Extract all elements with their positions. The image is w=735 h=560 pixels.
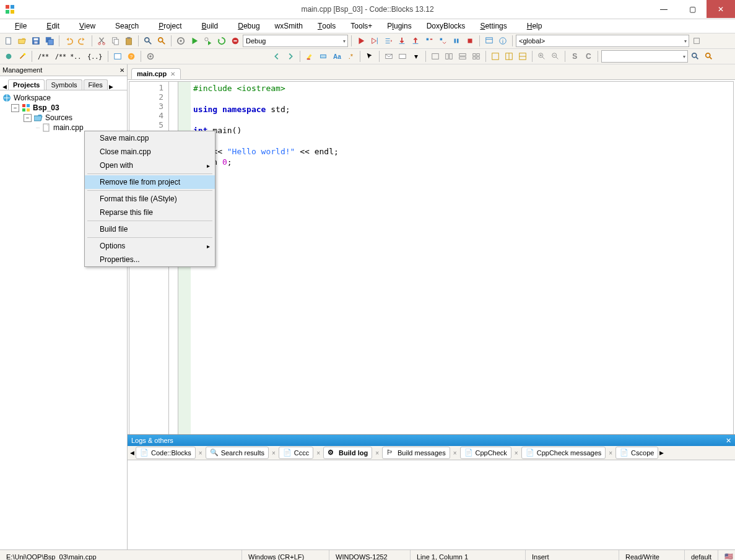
tab-close-icon[interactable]: × (451, 450, 459, 457)
matchcase-icon[interactable]: Aa (331, 50, 343, 63)
tab-symbols[interactable]: Symbols (46, 79, 82, 90)
menu-settings[interactable]: Settings (470, 19, 516, 33)
step-into-icon[interactable] (396, 35, 408, 47)
logs-scroll-right-icon[interactable]: ▶ (659, 450, 664, 456)
tab-close-icon[interactable]: × (315, 450, 322, 457)
collapse-icon[interactable]: − (11, 104, 19, 112)
stop-debug-icon[interactable] (464, 35, 476, 47)
logs-close-icon[interactable]: ✕ (726, 437, 731, 445)
maximize-button[interactable]: ▢ (678, 0, 707, 18)
search-dropdown[interactable] (601, 50, 688, 63)
undo-icon[interactable] (63, 35, 75, 47)
menu-doxyblocks[interactable]: DoxyBlocks (422, 20, 471, 32)
info-icon[interactable]: i (497, 35, 509, 47)
collapse-icon[interactable]: − (24, 114, 32, 122)
menu-view[interactable]: View (69, 19, 105, 33)
layout1-icon[interactable] (489, 50, 502, 63)
mail2-icon[interactable] (396, 50, 409, 63)
block-comment-icon[interactable]: /** (35, 50, 51, 63)
open-icon[interactable] (16, 35, 28, 47)
doxy-icon[interactable] (2, 50, 15, 63)
cm-format[interactable]: Format this file (AStyle) (85, 192, 215, 206)
doxy-wizard-icon[interactable] (16, 50, 28, 63)
cm-properties[interactable]: Properties... (85, 253, 215, 266)
panel-scroll-left-icon[interactable]: ◀ (2, 84, 7, 90)
doxy-config-icon[interactable] (144, 50, 157, 63)
mail-icon[interactable] (383, 50, 395, 63)
step-out-icon[interactable] (409, 35, 422, 47)
layout3-icon[interactable] (516, 50, 529, 63)
menu-tools[interactable]: Tools (308, 19, 346, 33)
debug-windows-icon[interactable] (483, 35, 495, 47)
search3-icon[interactable] (703, 50, 715, 63)
menu-build[interactable]: Build (192, 19, 228, 33)
tree-project[interactable]: − Bsp_03 (2, 103, 124, 113)
tab-close-icon[interactable]: × (373, 450, 381, 457)
zoom-out-icon[interactable] (549, 50, 562, 63)
build-run-icon[interactable] (202, 35, 214, 47)
tab-close-icon[interactable]: × (197, 450, 204, 457)
tab-close-icon[interactable]: ✕ (170, 71, 175, 77)
cm-reparse[interactable]: Reparse this file (85, 206, 215, 219)
debug-start-icon[interactable] (355, 35, 367, 47)
new-file-icon[interactable] (2, 35, 15, 47)
logs-scroll-left-icon[interactable]: ◀ (130, 450, 134, 456)
search2-icon[interactable] (689, 50, 702, 63)
nav-fwd-icon[interactable] (284, 50, 297, 63)
cm-open-with[interactable]: Open with (85, 159, 215, 172)
abort-icon[interactable] (229, 35, 241, 47)
tab-close-icon[interactable]: × (270, 450, 277, 457)
s-icon[interactable]: S (568, 50, 581, 63)
tab-cppcheck[interactable]: 📄CppCheck (460, 447, 511, 459)
doxy-html-icon[interactable] (111, 50, 124, 63)
menu-edit[interactable]: Edit (37, 19, 69, 33)
step-instr-icon[interactable] (437, 35, 449, 47)
line-comment-icon[interactable]: /** *.. (53, 50, 84, 63)
run-icon[interactable] (188, 35, 201, 47)
selection-icon[interactable] (317, 50, 329, 63)
highlight-icon[interactable] (303, 50, 316, 63)
cm-remove-file[interactable]: Remove file from project (85, 175, 215, 189)
tab-files[interactable]: Files (84, 79, 108, 90)
run-to-cursor-icon[interactable] (368, 35, 381, 47)
find-icon[interactable] (142, 35, 154, 47)
tree-workspace[interactable]: Workspace (2, 93, 124, 103)
mail3-icon[interactable]: ▾ (410, 50, 422, 63)
nav-back-icon[interactable] (271, 50, 283, 63)
status-lang-icon[interactable]: 🇺🇸 (718, 550, 735, 560)
compiler-dropdown[interactable]: <global> (516, 35, 689, 47)
menu-project[interactable]: Project (149, 19, 191, 33)
braces-icon[interactable]: {..} (85, 50, 105, 63)
menu-debug[interactable]: Debug (228, 19, 269, 33)
tab-cppcheck-messages[interactable]: 📄CppCheck messages (521, 447, 606, 459)
menu-help[interactable]: Help (517, 19, 552, 33)
doxy-chm-icon[interactable]: ? (125, 50, 137, 63)
tab-cccc[interactable]: 📄Cccc (279, 447, 313, 459)
copy-icon[interactable] (109, 35, 121, 47)
tab-projects[interactable]: Projects (8, 79, 45, 90)
cm-close[interactable]: Close main.cpp (85, 145, 215, 159)
break-icon[interactable] (450, 35, 463, 47)
zoom-in-icon[interactable] (536, 50, 548, 63)
redo-icon[interactable] (76, 35, 89, 47)
next-instr-icon[interactable] (423, 35, 435, 47)
cut-icon[interactable] (95, 35, 108, 47)
next-line-icon[interactable] (382, 35, 394, 47)
tab-main-cpp[interactable]: main.cpp ✕ (131, 68, 181, 79)
build-icon[interactable] (175, 35, 187, 47)
replace-icon[interactable] (155, 35, 168, 47)
tab-search-results[interactable]: 🔍Search results (206, 447, 269, 459)
tab-build-log[interactable]: ⚙Build log (323, 447, 372, 459)
cm-save[interactable]: Save main.cpp (85, 131, 215, 145)
cm-options[interactable]: Options (85, 239, 215, 253)
build-target-dropdown[interactable]: Debug (243, 35, 348, 47)
cm-build[interactable]: Build file (85, 222, 215, 236)
save-all-icon[interactable] (43, 35, 56, 47)
menu-search[interactable]: Search (105, 19, 149, 33)
rebuild-icon[interactable] (215, 35, 228, 47)
paste-icon[interactable] (123, 35, 135, 47)
close-button[interactable]: ✕ (707, 0, 735, 18)
tree-sources[interactable]: − Sources (2, 113, 124, 123)
c-icon[interactable]: C (582, 50, 594, 63)
win4-icon[interactable] (470, 50, 482, 63)
